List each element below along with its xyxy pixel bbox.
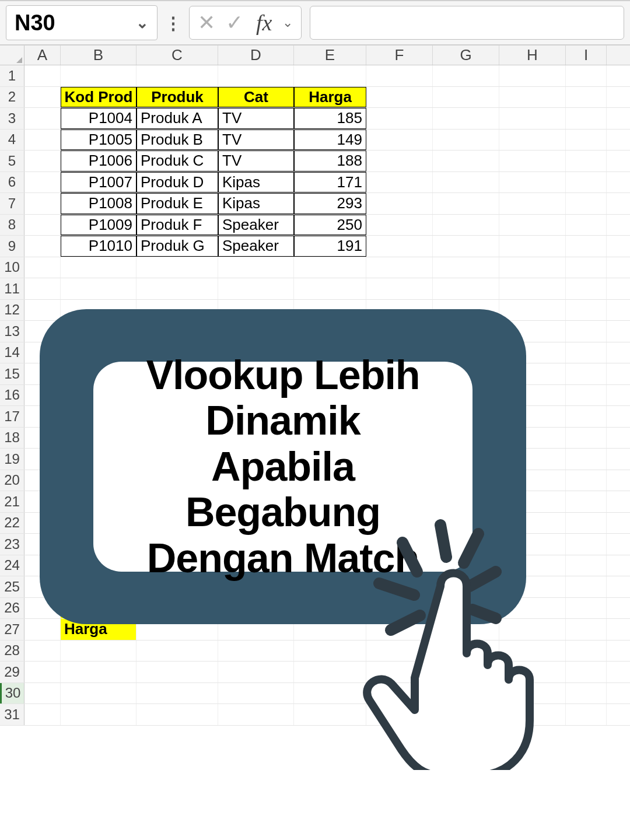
col-header-G[interactable]: G (433, 46, 499, 65)
row-header[interactable]: 3 (0, 108, 24, 129)
cell[interactable] (24, 87, 61, 108)
cell[interactable] (24, 193, 61, 214)
col-header-H[interactable]: H (499, 46, 566, 65)
col-header-I[interactable]: I (566, 46, 607, 65)
cell[interactable] (566, 619, 607, 640)
cell[interactable] (294, 278, 366, 299)
cell[interactable] (433, 65, 499, 86)
row-header[interactable]: 13 (0, 321, 24, 342)
cell[interactable] (136, 662, 218, 682)
cell[interactable]: TV (218, 150, 294, 172)
cell[interactable] (566, 193, 607, 214)
cell[interactable] (366, 257, 433, 278)
cell[interactable] (566, 640, 607, 662)
cell[interactable] (499, 300, 566, 321)
row-header[interactable]: 9 (0, 236, 24, 257)
row-header[interactable]: 5 (0, 150, 24, 172)
cell[interactable]: Produk F (136, 215, 218, 236)
cell[interactable] (566, 555, 607, 576)
row-header[interactable]: 16 (0, 385, 24, 406)
cell[interactable] (566, 236, 607, 257)
cell[interactable] (566, 598, 607, 619)
row-header[interactable]: 7 (0, 193, 24, 214)
cell[interactable]: 171 (294, 172, 366, 193)
cell[interactable]: Speaker (218, 236, 294, 257)
cell[interactable]: P1007 (61, 172, 136, 193)
row-header[interactable]: 25 (0, 576, 24, 597)
cell[interactable] (218, 65, 294, 86)
cell[interactable] (136, 278, 218, 299)
cell[interactable] (566, 662, 607, 682)
cell[interactable] (294, 640, 366, 662)
cell[interactable] (566, 342, 607, 363)
cell[interactable] (433, 236, 499, 257)
cell[interactable] (24, 172, 61, 193)
row-header[interactable]: 4 (0, 130, 24, 150)
cell[interactable] (433, 108, 499, 129)
cell[interactable] (433, 215, 499, 236)
accept-icon[interactable]: ✓ (226, 12, 243, 33)
row-header[interactable]: 10 (0, 257, 24, 278)
col-header-E[interactable]: E (294, 46, 366, 65)
cell[interactable]: Produk A (136, 108, 218, 129)
row-header[interactable]: 19 (0, 449, 24, 470)
cell[interactable] (218, 278, 294, 299)
cell[interactable] (294, 704, 366, 725)
cell[interactable] (61, 662, 136, 682)
row-header[interactable]: 31 (0, 704, 24, 725)
cell[interactable] (499, 87, 566, 108)
cell[interactable]: 185 (294, 108, 366, 129)
row-header[interactable]: 23 (0, 534, 24, 555)
row-header[interactable]: 21 (0, 491, 24, 512)
cell[interactable] (366, 215, 433, 236)
row-header[interactable]: 18 (0, 428, 24, 449)
row-header[interactable]: 20 (0, 470, 24, 491)
cell[interactable]: P1008 (61, 193, 136, 214)
cell[interactable] (136, 683, 218, 704)
select-all-corner[interactable] (0, 46, 24, 65)
cell[interactable]: Produk E (136, 193, 218, 214)
cell[interactable] (566, 513, 607, 534)
cell[interactable]: Kipas (218, 172, 294, 193)
cell[interactable] (566, 321, 607, 342)
cell[interactable] (218, 662, 294, 682)
row-header[interactable]: 17 (0, 406, 24, 427)
cell[interactable] (61, 683, 136, 704)
formula-input[interactable] (310, 6, 624, 40)
row-header[interactable]: 26 (0, 598, 24, 619)
cell[interactable] (366, 193, 433, 214)
cell[interactable] (61, 257, 136, 278)
cell[interactable] (566, 491, 607, 512)
cell[interactable]: Produk D (136, 172, 218, 193)
cell[interactable] (499, 193, 566, 214)
cell[interactable] (218, 257, 294, 278)
cell[interactable] (566, 108, 607, 129)
cell[interactable] (24, 257, 61, 278)
table-header[interactable]: Cat (218, 87, 294, 108)
cell[interactable] (61, 640, 136, 662)
cell[interactable] (24, 278, 61, 299)
cell[interactable] (61, 65, 136, 86)
cell[interactable] (499, 278, 566, 299)
row-header[interactable]: 22 (0, 513, 24, 534)
cell[interactable]: 188 (294, 150, 366, 172)
cell[interactable]: P1009 (61, 215, 136, 236)
cell[interactable]: P1005 (61, 130, 136, 150)
cell[interactable] (566, 257, 607, 278)
cell[interactable] (24, 683, 61, 704)
table-header[interactable]: Harga (294, 87, 366, 108)
cell[interactable]: P1004 (61, 108, 136, 129)
cell[interactable] (218, 704, 294, 725)
cell[interactable] (499, 108, 566, 129)
cell[interactable] (499, 150, 566, 172)
cell[interactable] (433, 278, 499, 299)
cell[interactable] (24, 65, 61, 86)
cell[interactable] (566, 385, 607, 406)
row-header[interactable]: 27 (0, 619, 24, 640)
cell[interactable] (566, 150, 607, 172)
row-header[interactable]: 15 (0, 363, 24, 384)
cell[interactable] (566, 534, 607, 555)
cell[interactable] (566, 130, 607, 150)
row-header[interactable]: 12 (0, 300, 24, 321)
cell[interactable] (566, 65, 607, 86)
